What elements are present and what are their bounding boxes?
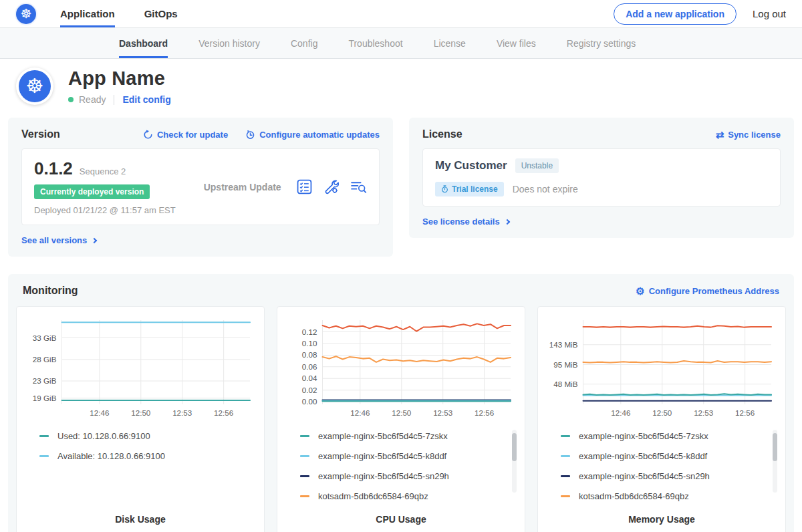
chart-plot-disk-usage: 12:4612:5012:5312:5619 GiB23 GiB28 GiB33… — [22, 315, 259, 422]
legend-item: kotsadm-5db6dc6584-69qbz — [300, 491, 510, 501]
subnav-tab-license[interactable]: License — [434, 28, 466, 58]
svg-text:12:56: 12:56 — [735, 408, 755, 417]
version-card: Version Check for update Configure autom… — [8, 118, 393, 257]
deployed-timestamp: Deployed 01/21/22 @ 11:57 am EST — [34, 205, 176, 215]
subnav-tab-dashboard[interactable]: Dashboard — [119, 28, 168, 58]
customer-name: My Customer — [435, 159, 507, 172]
license-card: License ⇄ Sync license My Customer Unsta… — [409, 118, 794, 238]
top-nav-spacer — [178, 0, 614, 27]
check-for-update-link[interactable]: Check for update — [143, 130, 228, 140]
svg-text:0.06: 0.06 — [302, 362, 317, 371]
legend-swatch-icon — [561, 475, 570, 477]
svg-text:12:50: 12:50 — [131, 408, 151, 417]
sequence-label: Sequence 2 — [80, 166, 126, 176]
status-dot-icon — [68, 97, 74, 102]
see-all-versions-link[interactable]: See all versions — [21, 235, 96, 245]
kubernetes-wheel-icon: ☸ — [19, 70, 51, 102]
chart-plot-cpu-usage: 12:4612:5012:5312:560.000.020.040.060.08… — [283, 315, 519, 422]
chart-panel-cpu-usage: 12:4612:5012:5312:560.000.020.040.060.08… — [277, 306, 525, 532]
legend-item: kotsadm-5db6dc6584-69qbz — [561, 491, 771, 501]
legend-item: example-nginx-5bc6f5d4c5-k8ddf — [300, 451, 510, 461]
chart-panel-memory-usage: 12:4612:5012:5312:5648 MiB95 MiB143 MiBe… — [537, 306, 786, 532]
legend-series-name: example-nginx-5bc6f5d4c5-k8ddf — [318, 451, 446, 461]
top-tab-gitops[interactable]: GitOps — [144, 0, 178, 27]
gear-icon: ⚙ — [636, 286, 644, 296]
app-header: ☸ App Name Ready Edit config — [0, 59, 802, 115]
chart-legend: example-nginx-5bc6f5d4c5-7zskxexample-ng… — [543, 430, 780, 514]
license-card-title: License — [422, 128, 462, 140]
deployed-status-badge: Currently deployed version — [34, 184, 150, 199]
legend-swatch-icon — [561, 495, 570, 497]
add-application-button[interactable]: Add a new application — [614, 3, 737, 25]
kubernetes-logo-icon: ☸ — [16, 4, 36, 24]
edit-config-link[interactable]: Edit config — [122, 94, 170, 105]
legend-item: example-nginx-5bc6f5d4c5-7zskx — [300, 431, 510, 441]
cards-row: Version Check for update Configure autom… — [0, 115, 802, 257]
legend-swatch-icon — [300, 455, 309, 457]
legend-swatch-icon — [39, 435, 49, 437]
monitoring-card: Monitoring ⚙ Configure Prometheus Addres… — [8, 274, 794, 532]
svg-text:12:50: 12:50 — [652, 408, 672, 417]
chart-legend: Used: 10.128.0.66:9100Available: 10.128.… — [22, 430, 259, 514]
svg-text:0.08: 0.08 — [302, 350, 317, 359]
legend-item: example-nginx-5bc6f5d4c5-sn29h — [300, 471, 510, 481]
svg-text:0.04: 0.04 — [302, 374, 317, 382]
chart-legend: example-nginx-5bc6f5d4c5-7zskxexample-ng… — [283, 430, 519, 514]
legend-item: Used: 10.128.0.66:9100 — [39, 431, 249, 441]
top-nav: ☸ ApplicationGitOps Add a new applicatio… — [0, 0, 802, 28]
version-card-title: Version — [21, 128, 60, 140]
svg-text:0.10: 0.10 — [302, 339, 317, 348]
legend-swatch-icon — [561, 435, 570, 437]
subnav-tab-version-history[interactable]: Version history — [198, 28, 260, 58]
legend-item: example-nginx-5bc6f5d4c5-sn29h — [561, 471, 771, 481]
subnav-tab-troubleshoot[interactable]: Troubleshoot — [348, 28, 402, 58]
legend-series-name: Used: 10.128.0.66:9100 — [57, 431, 150, 441]
configure-prometheus-link[interactable]: ⚙ Configure Prometheus Address — [636, 286, 779, 296]
legend-series-name: example-nginx-5bc6f5d4c5-k8ddf — [579, 451, 707, 461]
legend-item: example-nginx-5bc6f5d4c5-k8ddf — [561, 451, 771, 461]
legend-series-name: kotsadm-5db6dc6584-69qbz — [579, 491, 689, 501]
divider — [114, 95, 114, 105]
wrench-gear-icon[interactable] — [323, 179, 339, 194]
legend-series-name: example-nginx-5bc6f5d4c5-7zskx — [318, 431, 448, 441]
app-status-label: Ready — [79, 94, 106, 105]
svg-text:95 MiB: 95 MiB — [553, 360, 577, 369]
chart-plot-memory-usage: 12:4612:5012:5312:5648 MiB95 MiB143 MiB — [543, 315, 780, 422]
svg-text:12:56: 12:56 — [214, 408, 233, 417]
legend-scrollbar-thumb[interactable] — [512, 433, 517, 461]
monitoring-title: Monitoring — [23, 285, 78, 297]
subnav-tab-registry-settings[interactable]: Registry settings — [567, 28, 636, 58]
clock-arrow-icon — [245, 130, 255, 140]
logout-button[interactable]: Log out — [753, 8, 786, 19]
refresh-icon — [143, 130, 153, 140]
svg-text:48 MiB: 48 MiB — [553, 380, 577, 388]
checklist-icon[interactable] — [297, 179, 312, 194]
subnav-tab-view-files[interactable]: View files — [497, 28, 536, 58]
chart-title-memory-usage: Memory Usage — [543, 514, 780, 525]
sync-arrows-icon: ⇄ — [716, 130, 724, 140]
legend-swatch-icon — [300, 495, 309, 497]
svg-text:12:46: 12:46 — [90, 408, 109, 417]
sync-license-link[interactable]: ⇄ Sync license — [716, 130, 781, 140]
file-search-icon[interactable] — [350, 179, 367, 194]
svg-text:12:53: 12:53 — [694, 408, 713, 417]
license-type-badge: Trial license — [435, 182, 504, 196]
legend-scrollbar-thumb[interactable] — [773, 433, 777, 461]
charts-row: 12:4612:5012:5312:5619 GiB23 GiB28 GiB33… — [16, 306, 786, 532]
current-version-panel: 0.1.2 Sequence 2 Currently deployed vers… — [21, 148, 380, 225]
svg-text:33 GiB: 33 GiB — [33, 334, 57, 342]
legend-item: Available: 10.128.0.66:9100 — [39, 451, 249, 461]
license-expiration-text: Does not expire — [513, 184, 578, 194]
see-license-details-link[interactable]: See license details — [422, 217, 509, 227]
legend-series-name: example-nginx-5bc6f5d4c5-sn29h — [579, 471, 710, 481]
subnav-tab-config[interactable]: Config — [291, 28, 317, 58]
top-tab-application[interactable]: Application — [60, 0, 115, 27]
chevron-right-icon — [504, 219, 509, 224]
svg-text:0.02: 0.02 — [302, 386, 317, 394]
legend-series-name: example-nginx-5bc6f5d4c5-sn29h — [318, 471, 449, 481]
configure-automatic-updates-link[interactable]: Configure automatic updates — [245, 130, 380, 140]
svg-text:12:46: 12:46 — [350, 408, 370, 417]
channel-badge: Unstable — [515, 158, 559, 173]
svg-text:12:46: 12:46 — [611, 408, 630, 417]
svg-text:143 MiB: 143 MiB — [549, 340, 578, 349]
